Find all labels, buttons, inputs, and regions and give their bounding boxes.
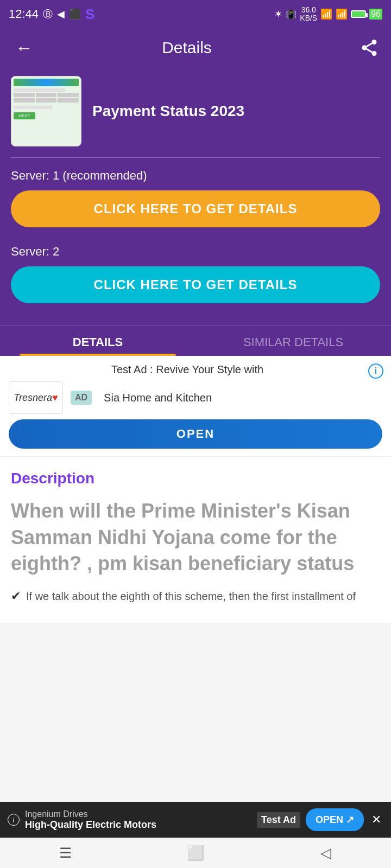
status-time: 12:44 (9, 7, 39, 21)
bottom-ad-company: Ingenium Drives (25, 809, 251, 819)
svg-point-0 (372, 40, 377, 44)
page-title: Details (37, 39, 337, 57)
ad-info-icon[interactable]: i (368, 363, 383, 379)
svg-line-3 (367, 49, 372, 52)
thumb-cell-4 (14, 98, 35, 103)
thumb-top-bar (14, 79, 79, 86)
status-bar: 12:44 Ⓑ ◀ ⬛ S ✶ 📳 36.0 KB/S 📶 📶 96 (0, 0, 391, 28)
ad-logo-text: Tresnera♥ (14, 392, 58, 404)
bottom-ad-info: i (8, 814, 20, 826)
signal-icon: 📶 (336, 8, 348, 20)
ad-logo: Tresnera♥ (9, 381, 63, 414)
top-bar: ← Details (0, 28, 391, 67)
svg-point-1 (362, 46, 367, 50)
bottom-ad-product: High-Quality Electric Motors (25, 819, 251, 831)
description-card: Description When will the Prime Minister… (0, 457, 391, 623)
status-location-icon: ◀ (57, 8, 65, 20)
tab-details[interactable]: DETAILS (0, 326, 195, 356)
bottom-nav: ☰ ⬜ ◁ (0, 838, 391, 868)
share-button[interactable] (358, 37, 380, 59)
bottom-ad-text: Ingenium Drives High-Quality Electric Mo… (25, 809, 251, 831)
bottom-ad-bar: i Ingenium Drives High-Quality Electric … (0, 802, 391, 838)
ad-row: Tresnera♥ AD Sia Home and Kitchen (9, 381, 382, 414)
thumb-cell-2 (36, 93, 57, 97)
bottom-ad-close-button[interactable]: ✕ (369, 810, 383, 829)
tab-similar[interactable]: SIMILAR DETAILS (195, 326, 391, 356)
thumb-cell-1 (14, 93, 35, 97)
ad-badge: AD (71, 391, 92, 405)
share-icon (360, 38, 379, 58)
bottom-ad-label: Test Ad (257, 812, 300, 828)
ad-banner: i Test Ad : Revive Your Style with Tresn… (0, 356, 391, 457)
description-main-title: When will the Prime Minister's Kisan Sam… (11, 498, 380, 577)
bullet-text-1: If we talk about the eighth of this sche… (26, 588, 356, 604)
wifi-icon: 📶 (320, 8, 332, 20)
battery-icon (351, 10, 366, 18)
description-heading: Description (11, 470, 380, 487)
bottom-ad-open-button[interactable]: OPEN ↗ (306, 808, 364, 831)
ad-open-button[interactable]: OPEN (9, 419, 382, 449)
bullet-item-1: ✔ If we talk about the eighth of this sc… (11, 588, 380, 604)
back-button[interactable]: ← (11, 36, 37, 60)
thumb-cell-5 (36, 98, 57, 103)
purple-section: NEXT Payment Status 2023 Server: 1 (reco… (0, 67, 391, 325)
thumb-row-2 (14, 98, 79, 103)
tabs-bar: DETAILS SIMILAR DETAILS (0, 325, 391, 356)
server2-label: Server: 2 (11, 245, 380, 259)
thumb-label-2 (14, 106, 53, 109)
app-thumbnail: NEXT (11, 76, 81, 146)
ad-title: Test Ad : Revive Your Style with (9, 363, 382, 376)
thumb-label-1 (14, 88, 66, 92)
bullet-check-icon: ✔ (11, 589, 21, 603)
network-speed: 36.0 KB/S (300, 6, 317, 23)
server1-label: Server: 1 (recommended) (11, 169, 380, 183)
status-s-label: S (85, 6, 94, 23)
bluetooth-icon: ✶ (274, 8, 282, 20)
status-right: ✶ 📳 36.0 KB/S 📶 📶 96 (274, 6, 382, 23)
status-b-icon: Ⓑ (43, 8, 53, 21)
battery-percent: 96 (369, 9, 382, 20)
status-left: 12:44 Ⓑ ◀ ⬛ S (9, 6, 94, 23)
vibrate-icon: 📳 (286, 9, 297, 20)
bottom-ad-circle-icon: i (8, 814, 20, 826)
nav-back-button[interactable]: ◁ (304, 843, 348, 864)
app-card: NEXT Payment Status 2023 (11, 76, 380, 158)
thumb-row-1 (14, 93, 79, 97)
app-title: Payment Status 2023 (92, 101, 244, 121)
thumb-button: NEXT (14, 112, 35, 119)
nav-home-button[interactable]: ⬜ (174, 843, 217, 864)
ad-heart-icon: ♥ (52, 392, 58, 403)
server2-button[interactable]: CLICK HERE TO GET DETAILS (11, 266, 380, 303)
status-google-icon: ⬛ (69, 8, 81, 20)
thumb-cell-6 (58, 98, 79, 103)
ad-company-name: Sia Home and Kitchen (104, 392, 212, 404)
svg-line-4 (367, 43, 372, 47)
server1-button[interactable]: CLICK HERE TO GET DETAILS (11, 190, 380, 227)
thumb-cell-3 (58, 93, 79, 97)
svg-point-2 (372, 51, 377, 56)
nav-menu-button[interactable]: ☰ (43, 843, 87, 864)
